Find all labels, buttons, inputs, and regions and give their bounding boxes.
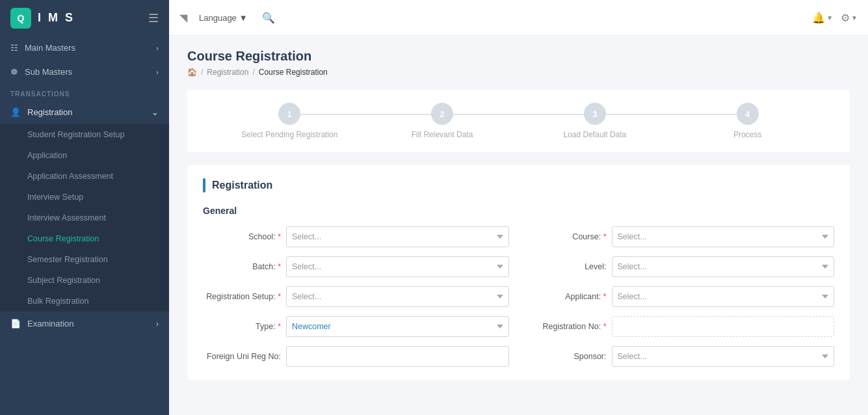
batch-row: Batch: * Select... xyxy=(203,256,509,277)
breadcrumb-home-icon[interactable]: 🏠 xyxy=(187,68,197,77)
sponsor-row: Sponsor: Select... xyxy=(529,346,835,367)
reg-no-row: Registration No: * xyxy=(529,316,835,337)
type-select[interactable]: Newcomer xyxy=(286,316,509,337)
step-4: 4 Process xyxy=(671,103,824,139)
step-label-1: Select Pending Registration xyxy=(241,130,337,139)
main-area: ◥ Language ▼ 🔍 🔔▼ ⚙▼ Course Registration… xyxy=(169,0,868,415)
reg-no-input[interactable] xyxy=(612,316,835,337)
hamburger-icon[interactable]: ☰ xyxy=(148,11,159,25)
school-row: School: * Select... xyxy=(203,226,509,247)
page-title: Course Registration xyxy=(187,49,850,64)
sponsor-select[interactable]: Select... xyxy=(612,346,835,367)
step-circle-2: 2 xyxy=(431,103,453,125)
sidebar-item-semester-registration[interactable]: Semester Registration xyxy=(0,249,169,270)
settings-icon[interactable]: ⚙▼ xyxy=(841,12,858,24)
step-circle-4: 4 xyxy=(737,103,759,125)
reg-setup-row: Registration Setup: * Select... xyxy=(203,286,509,307)
breadcrumb-registration[interactable]: Registration xyxy=(207,68,248,77)
foreign-reg-label: Foreign Uni Reg No: xyxy=(203,352,281,361)
school-select[interactable]: Select... xyxy=(286,226,509,247)
level-row: Level: Select... xyxy=(529,256,835,277)
sidebar-item-examination[interactable]: 📄 Examination › xyxy=(0,312,169,336)
logo-icon: Q xyxy=(10,8,31,29)
applicant-row: Applicant: * Select... xyxy=(529,286,835,307)
general-label: General xyxy=(203,206,834,216)
level-label: Level: xyxy=(529,262,607,271)
registration-section-title: Registration xyxy=(212,180,272,191)
main-masters-label: Main Masters xyxy=(25,43,75,53)
sidebar-item-sub-masters[interactable]: ☸ Sub Masters › xyxy=(0,60,169,84)
batch-select[interactable]: Select... xyxy=(286,256,509,277)
language-button[interactable]: Language ▼ xyxy=(194,10,253,25)
section-title-bar: Registration xyxy=(203,178,834,193)
sidebar-nav: ☷ Main Masters › ☸ Sub Masters › TRANSAC… xyxy=(0,36,169,415)
course-select[interactable]: Select... xyxy=(612,226,835,247)
course-row: Course: * Select... xyxy=(529,226,835,247)
examination-label: Examination xyxy=(27,319,74,328)
topbar-right: 🔔▼ ⚙▼ xyxy=(812,12,858,24)
foreign-reg-input[interactable] xyxy=(286,346,509,367)
steps-container: 1 Select Pending Registration 2 Fill Rel… xyxy=(187,90,850,152)
type-row: Type: * Newcomer xyxy=(203,316,509,337)
reg-setup-label: Registration Setup: * xyxy=(203,292,281,301)
sidebar-item-interview-setup[interactable]: Interview Setup xyxy=(0,187,169,208)
chevron-down-lang-icon: ▼ xyxy=(239,13,248,23)
language-label: Language xyxy=(199,13,237,23)
sidebar-item-application[interactable]: Application xyxy=(0,145,169,166)
blue-bar xyxy=(203,178,205,193)
applicant-select[interactable]: Select... xyxy=(612,286,835,307)
step-circle-3: 3 xyxy=(584,103,606,125)
level-select[interactable]: Select... xyxy=(612,256,835,277)
course-label: Course: * xyxy=(529,232,607,241)
notification-icon[interactable]: 🔔▼ xyxy=(812,12,833,24)
exam-icon: 📄 xyxy=(10,319,21,328)
step-label-4: Process xyxy=(733,130,761,139)
grid-icon: ☷ xyxy=(10,43,18,53)
person-icon: 👤 xyxy=(10,107,21,117)
sidebar-item-interview-assessment[interactable]: Interview Assessment xyxy=(0,208,169,228)
share-icon: ☸ xyxy=(10,67,18,77)
form-grid: School: * Select... Course: * Select... xyxy=(203,226,834,367)
sidebar-item-application-assessment[interactable]: Application Assessment xyxy=(0,166,169,187)
breadcrumb: 🏠 / Registration / Course Registration xyxy=(187,68,850,77)
foreign-reg-row: Foreign Uni Reg No: xyxy=(203,346,509,367)
school-label: School: * xyxy=(203,232,281,241)
step-1: 1 Select Pending Registration xyxy=(213,103,366,139)
form-card: Registration General School: * Select... xyxy=(187,165,850,380)
sidebar-item-registration[interactable]: 👤 Registration ⌄ xyxy=(0,100,169,124)
logo-text: I M S xyxy=(38,11,75,25)
breadcrumb-sep1: / xyxy=(201,68,203,77)
sidebar-item-course-registration[interactable]: Course Registration xyxy=(0,228,169,249)
batch-label: Batch: * xyxy=(203,262,281,271)
applicant-label: Applicant: * xyxy=(529,292,607,301)
step-label-2: Fill Relevant Data xyxy=(412,130,473,139)
expand-icon[interactable]: ◥ xyxy=(179,12,187,24)
step-label-3: Load Default Data xyxy=(564,130,627,139)
sidebar-item-main-masters[interactable]: ☷ Main Masters › xyxy=(0,36,169,60)
sub-masters-label: Sub Masters xyxy=(25,67,72,77)
breadcrumb-sep2: / xyxy=(252,68,254,77)
chevron-right-icon-2: › xyxy=(156,68,159,76)
registration-submenu: Student Registration Setup Application A… xyxy=(0,124,169,312)
reg-setup-select[interactable]: Select... xyxy=(286,286,509,307)
search-icon[interactable]: 🔍 xyxy=(262,12,275,24)
type-label: Type: * xyxy=(203,322,281,331)
sidebar-item-subject-registration[interactable]: Subject Registration xyxy=(0,270,169,291)
sidebar-item-bulk-registration[interactable]: Bulk Registration xyxy=(0,291,169,312)
sidebar-item-student-reg-setup[interactable]: Student Registration Setup xyxy=(0,124,169,145)
transactions-label: TRANSACTIONS xyxy=(0,84,169,100)
sponsor-label: Sponsor: xyxy=(529,352,607,361)
step-3: 3 Load Default Data xyxy=(519,103,672,139)
step-2: 2 Fill Relevant Data xyxy=(366,103,519,139)
chevron-down-icon: ⌄ xyxy=(151,107,159,117)
content-area: Course Registration 🏠 / Registration / C… xyxy=(169,36,868,415)
step-circle-1: 1 xyxy=(278,103,300,125)
sidebar-logo: Q I M S ☰ xyxy=(0,0,169,36)
topbar: ◥ Language ▼ 🔍 🔔▼ ⚙▼ xyxy=(169,0,868,36)
reg-no-label: Registration No: * xyxy=(529,322,607,331)
chevron-right-icon: › xyxy=(156,44,159,52)
breadcrumb-current: Course Registration xyxy=(259,68,328,77)
chevron-right-icon-3: › xyxy=(156,319,159,328)
sidebar: Q I M S ☰ ☷ Main Masters › ☸ Sub Masters… xyxy=(0,0,169,415)
registration-label: Registration xyxy=(27,107,72,117)
